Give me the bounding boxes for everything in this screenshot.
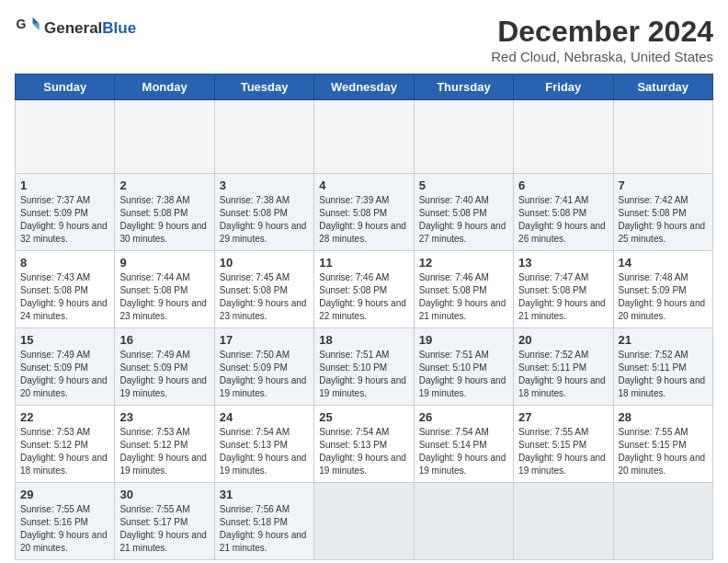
table-row: 3Sunrise: 7:38 AMSunset: 5:08 PMDaylight… bbox=[214, 174, 313, 251]
day-info: Sunrise: 7:38 AMSunset: 5:08 PMDaylight:… bbox=[119, 194, 209, 246]
day-info: Sunrise: 7:42 AMSunset: 5:08 PMDaylight:… bbox=[619, 194, 708, 246]
day-number: 6 bbox=[518, 178, 608, 192]
day-number: 1 bbox=[20, 178, 109, 192]
table-row: 23Sunrise: 7:53 AMSunset: 5:12 PMDayligh… bbox=[115, 406, 214, 483]
day-number: 4 bbox=[319, 178, 408, 192]
day-info: Sunrise: 7:51 AMSunset: 5:10 PMDaylight:… bbox=[419, 349, 508, 400]
table-row: 22Sunrise: 7:53 AMSunset: 5:12 PMDayligh… bbox=[16, 406, 115, 483]
day-info: Sunrise: 7:48 AMSunset: 5:09 PMDaylight:… bbox=[619, 271, 708, 323]
day-info: Sunrise: 7:55 AMSunset: 5:15 PMDaylight:… bbox=[619, 426, 708, 477]
table-row: 11Sunrise: 7:46 AMSunset: 5:08 PMDayligh… bbox=[314, 251, 414, 328]
day-number: 12 bbox=[419, 256, 508, 270]
page-header: G GeneralBlue December 2024 Red Cloud, N… bbox=[15, 15, 713, 64]
table-row: 19Sunrise: 7:51 AMSunset: 5:10 PMDayligh… bbox=[414, 328, 513, 406]
day-info: Sunrise: 7:54 AMSunset: 5:14 PMDaylight:… bbox=[419, 426, 508, 477]
table-row: 17Sunrise: 7:50 AMSunset: 5:09 PMDayligh… bbox=[214, 328, 313, 406]
col-friday: Friday bbox=[514, 75, 613, 100]
table-row bbox=[414, 100, 513, 174]
table-row bbox=[214, 100, 313, 174]
day-info: Sunrise: 7:55 AMSunset: 5:17 PMDaylight:… bbox=[119, 503, 209, 555]
day-number: 7 bbox=[619, 178, 708, 192]
table-row: 30Sunrise: 7:55 AMSunset: 5:17 PMDayligh… bbox=[115, 483, 214, 560]
table-row: 20Sunrise: 7:52 AMSunset: 5:11 PMDayligh… bbox=[514, 328, 613, 406]
table-row bbox=[314, 483, 414, 560]
day-info: Sunrise: 7:46 AMSunset: 5:08 PMDaylight:… bbox=[419, 271, 508, 323]
day-info: Sunrise: 7:43 AMSunset: 5:08 PMDaylight:… bbox=[20, 271, 109, 323]
col-sunday: Sunday bbox=[16, 75, 115, 100]
day-number: 14 bbox=[619, 256, 708, 270]
day-number: 17 bbox=[220, 333, 309, 347]
day-info: Sunrise: 7:47 AMSunset: 5:08 PMDaylight:… bbox=[518, 271, 608, 323]
day-info: Sunrise: 7:40 AMSunset: 5:08 PMDaylight:… bbox=[419, 194, 508, 246]
day-info: Sunrise: 7:39 AMSunset: 5:08 PMDaylight:… bbox=[319, 194, 408, 246]
day-info: Sunrise: 7:56 AMSunset: 5:18 PMDaylight:… bbox=[220, 503, 309, 555]
col-wednesday: Wednesday bbox=[314, 75, 414, 100]
table-row: 13Sunrise: 7:47 AMSunset: 5:08 PMDayligh… bbox=[514, 251, 613, 328]
day-info: Sunrise: 7:49 AMSunset: 5:09 PMDaylight:… bbox=[119, 349, 209, 400]
table-row bbox=[514, 483, 613, 560]
day-info: Sunrise: 7:45 AMSunset: 5:08 PMDaylight:… bbox=[220, 271, 309, 323]
table-row: 4Sunrise: 7:39 AMSunset: 5:08 PMDaylight… bbox=[314, 174, 414, 251]
table-row: 14Sunrise: 7:48 AMSunset: 5:09 PMDayligh… bbox=[613, 251, 712, 328]
table-row: 2Sunrise: 7:38 AMSunset: 5:08 PMDaylight… bbox=[115, 174, 214, 251]
table-row: 25Sunrise: 7:54 AMSunset: 5:13 PMDayligh… bbox=[314, 406, 414, 483]
table-row: 1Sunrise: 7:37 AMSunset: 5:09 PMDaylight… bbox=[16, 174, 115, 251]
day-info: Sunrise: 7:51 AMSunset: 5:10 PMDaylight:… bbox=[319, 349, 408, 400]
svg-marker-1 bbox=[33, 17, 40, 24]
table-row bbox=[115, 100, 214, 174]
day-number: 29 bbox=[20, 488, 109, 501]
day-info: Sunrise: 7:49 AMSunset: 5:09 PMDaylight:… bbox=[20, 349, 109, 400]
table-row: 29Sunrise: 7:55 AMSunset: 5:16 PMDayligh… bbox=[16, 483, 115, 560]
table-row: 7Sunrise: 7:42 AMSunset: 5:08 PMDaylight… bbox=[613, 174, 712, 251]
day-number: 18 bbox=[319, 333, 408, 347]
location-subtitle: Red Cloud, Nebraska, United States bbox=[491, 49, 713, 64]
col-saturday: Saturday bbox=[613, 75, 712, 100]
table-row bbox=[514, 100, 613, 174]
col-monday: Monday bbox=[115, 75, 214, 100]
day-number: 20 bbox=[518, 333, 608, 347]
table-row: 8Sunrise: 7:43 AMSunset: 5:08 PMDaylight… bbox=[16, 251, 115, 328]
table-row: 21Sunrise: 7:52 AMSunset: 5:11 PMDayligh… bbox=[613, 328, 712, 406]
logo-blue-text: Blue bbox=[102, 19, 136, 37]
col-thursday: Thursday bbox=[414, 75, 513, 100]
svg-text:G: G bbox=[16, 17, 26, 31]
day-info: Sunrise: 7:54 AMSunset: 5:13 PMDaylight:… bbox=[319, 426, 408, 477]
calendar-week-row: 1Sunrise: 7:37 AMSunset: 5:09 PMDaylight… bbox=[16, 174, 713, 251]
table-row: 10Sunrise: 7:45 AMSunset: 5:08 PMDayligh… bbox=[214, 251, 313, 328]
day-info: Sunrise: 7:38 AMSunset: 5:08 PMDaylight:… bbox=[220, 194, 309, 246]
svg-marker-2 bbox=[33, 24, 40, 30]
day-info: Sunrise: 7:55 AMSunset: 5:16 PMDaylight:… bbox=[20, 503, 109, 555]
day-info: Sunrise: 7:37 AMSunset: 5:09 PMDaylight:… bbox=[20, 194, 109, 246]
day-number: 27 bbox=[518, 410, 608, 424]
table-row bbox=[414, 483, 513, 560]
day-info: Sunrise: 7:54 AMSunset: 5:13 PMDaylight:… bbox=[220, 426, 309, 477]
logo: G GeneralBlue bbox=[15, 15, 136, 40]
table-row bbox=[16, 100, 115, 174]
table-row: 28Sunrise: 7:55 AMSunset: 5:15 PMDayligh… bbox=[613, 406, 712, 483]
table-row: 27Sunrise: 7:55 AMSunset: 5:15 PMDayligh… bbox=[514, 406, 613, 483]
day-number: 9 bbox=[119, 256, 209, 270]
day-info: Sunrise: 7:55 AMSunset: 5:15 PMDaylight:… bbox=[518, 426, 608, 477]
day-number: 15 bbox=[20, 333, 109, 347]
logo-general-text: General bbox=[44, 19, 102, 37]
table-row: 9Sunrise: 7:44 AMSunset: 5:08 PMDaylight… bbox=[115, 251, 214, 328]
table-row: 12Sunrise: 7:46 AMSunset: 5:08 PMDayligh… bbox=[414, 251, 513, 328]
day-info: Sunrise: 7:44 AMSunset: 5:08 PMDaylight:… bbox=[119, 271, 209, 323]
logo-icon: G bbox=[15, 15, 40, 40]
table-row bbox=[613, 483, 712, 560]
table-row: 16Sunrise: 7:49 AMSunset: 5:09 PMDayligh… bbox=[115, 328, 214, 406]
calendar-week-row: 15Sunrise: 7:49 AMSunset: 5:09 PMDayligh… bbox=[16, 328, 713, 406]
title-area: December 2024 Red Cloud, Nebraska, Unite… bbox=[491, 15, 713, 64]
day-number: 3 bbox=[220, 178, 309, 192]
day-number: 11 bbox=[319, 256, 408, 270]
day-info: Sunrise: 7:46 AMSunset: 5:08 PMDaylight:… bbox=[319, 271, 408, 323]
day-info: Sunrise: 7:41 AMSunset: 5:08 PMDaylight:… bbox=[518, 194, 608, 246]
calendar-week-row bbox=[16, 100, 713, 174]
day-number: 24 bbox=[220, 410, 309, 424]
day-number: 31 bbox=[220, 488, 309, 501]
table-row: 31Sunrise: 7:56 AMSunset: 5:18 PMDayligh… bbox=[214, 483, 313, 560]
day-number: 19 bbox=[419, 333, 508, 347]
calendar-table: Sunday Monday Tuesday Wednesday Thursday… bbox=[15, 74, 713, 560]
day-info: Sunrise: 7:50 AMSunset: 5:09 PMDaylight:… bbox=[220, 349, 309, 400]
day-number: 5 bbox=[419, 178, 508, 192]
